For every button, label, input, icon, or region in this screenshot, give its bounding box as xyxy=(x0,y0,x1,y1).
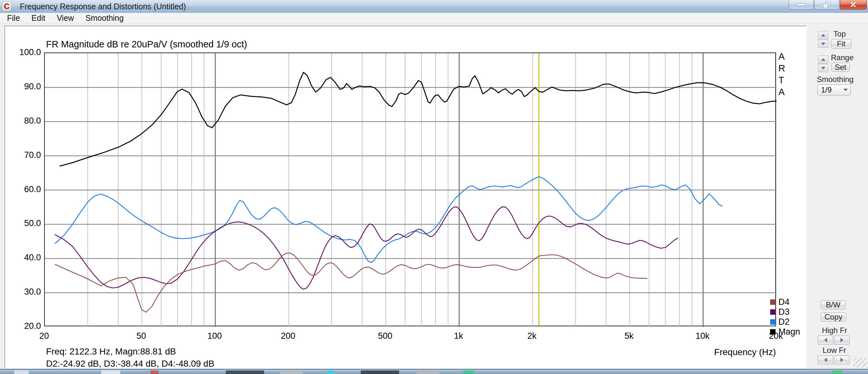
low-fr-label: Low Fr xyxy=(823,346,846,355)
legend: D4D3D2Magn xyxy=(770,297,800,337)
x-axis-title: Frequency (Hz) xyxy=(680,347,776,357)
legend-label: D2 xyxy=(778,317,789,327)
taskbar-icon[interactable] xyxy=(361,371,399,374)
x-tick-label: 100 xyxy=(208,331,222,341)
high-fr-left-button[interactable] xyxy=(818,336,833,345)
legend-item-magn: Magn xyxy=(770,327,800,337)
bw-button[interactable]: B/W xyxy=(821,300,846,309)
legend-swatch xyxy=(770,329,776,335)
x-tick-label: 50 xyxy=(136,331,146,341)
control-panel: Top Fit Range Set Smoothing 1/9 B/W Copy… xyxy=(812,26,868,368)
menu-smoothing[interactable]: Smoothing xyxy=(81,13,128,23)
range-down-button[interactable] xyxy=(818,64,828,73)
right-arrow-icon xyxy=(840,358,843,362)
restore-icon xyxy=(823,2,830,8)
restore-button[interactable] xyxy=(814,0,839,9)
x-tick-label: 1k xyxy=(454,331,463,341)
legend-swatch xyxy=(770,319,776,325)
range-up-button[interactable] xyxy=(818,55,828,64)
curve-d2 xyxy=(55,177,722,263)
curve-d3 xyxy=(55,207,678,289)
menu-view[interactable]: View xyxy=(52,13,79,23)
plot-frame xyxy=(44,53,776,326)
top-spinner xyxy=(818,31,829,49)
status-distortions: D2:-24.92 dB, D3:-38.44 dB, D4:-48.09 dB xyxy=(46,358,214,369)
fit-button[interactable]: Fit xyxy=(831,39,851,49)
menu-edit[interactable]: Edit xyxy=(27,13,50,23)
y-tick-label: 50.0 xyxy=(8,219,41,228)
legend-label: D3 xyxy=(778,307,789,317)
low-fr-left-button[interactable] xyxy=(818,355,833,365)
copy-button[interactable]: Copy xyxy=(821,313,846,321)
fr-plot[interactable] xyxy=(45,53,777,327)
y-tick-label: 90.0 xyxy=(8,82,41,92)
smoothing-value: 1/9 xyxy=(821,86,843,94)
up-arrow-icon xyxy=(821,58,826,61)
y-tick-label: 20.0 xyxy=(8,321,41,331)
close-button[interactable]: ✕ xyxy=(840,0,867,9)
taskbar-icon[interactable] xyxy=(416,371,439,374)
y-tick-label: 30.0 xyxy=(8,287,41,297)
top-label: Top xyxy=(833,29,846,38)
x-tick-label: 200 xyxy=(281,331,295,341)
taskbar-icon[interactable] xyxy=(463,371,474,374)
minimize-button[interactable] xyxy=(789,0,814,9)
app-icon-letter: C xyxy=(4,3,9,10)
y-tick-label: 60.0 xyxy=(8,184,41,194)
minimize-icon xyxy=(797,3,805,6)
window-title: Frequency Response and Distortions (Unti… xyxy=(20,2,186,11)
app-window: C Frequency Response and Distortions (Un… xyxy=(0,0,868,374)
y-tick-label: 80.0 xyxy=(8,116,41,126)
app-icon[interactable]: C xyxy=(2,2,11,11)
y-tick-label: 40.0 xyxy=(8,253,41,263)
x-tick-label: 500 xyxy=(378,331,393,341)
menu-bar: File Edit View Smoothing xyxy=(0,13,868,23)
up-arrow-icon xyxy=(821,34,826,36)
taskbar-icon[interactable] xyxy=(280,371,303,374)
x-tick-label: 2k xyxy=(527,331,537,341)
taskbar-icon[interactable] xyxy=(832,371,842,374)
range-spinner xyxy=(818,55,829,73)
x-tick-label: 20 xyxy=(39,331,49,341)
legend-label: Magn xyxy=(778,327,800,337)
chevron-down-icon xyxy=(843,89,848,91)
legend-swatch xyxy=(770,299,776,305)
legend-item-d4: D4 xyxy=(770,297,800,307)
x-tick-label: 10k xyxy=(695,331,710,341)
taskbar-icon[interactable] xyxy=(327,371,335,374)
high-fr-right-button[interactable] xyxy=(834,336,849,345)
taskbar-icon[interactable] xyxy=(101,371,120,374)
legend-label: D4 xyxy=(778,297,789,307)
start-orb[interactable] xyxy=(14,371,29,374)
close-icon: ✕ xyxy=(850,1,857,9)
resize-grip[interactable] xyxy=(853,358,867,368)
top-down-button[interactable] xyxy=(818,40,828,48)
chart-area: FR Magnitude dB re 20uPa/V (smoothed 1/9… xyxy=(4,26,807,368)
down-arrow-icon xyxy=(821,42,826,45)
left-arrow-icon xyxy=(824,338,827,342)
y-tick-label: 100.0 xyxy=(8,48,41,57)
right-arrow-icon xyxy=(840,338,843,342)
curve-d4 xyxy=(55,253,647,312)
arta-letter: R xyxy=(778,62,790,74)
left-arrow-icon xyxy=(824,358,827,362)
arta-letter: T xyxy=(778,74,790,86)
down-arrow-icon xyxy=(821,67,826,69)
set-button[interactable]: Set xyxy=(831,63,850,72)
menu-file[interactable]: File xyxy=(3,13,24,23)
top-up-button[interactable] xyxy=(818,31,828,39)
title-bar[interactable]: C Frequency Response and Distortions (Un… xyxy=(0,0,868,13)
legend-item-d2: D2 xyxy=(770,317,800,327)
smoothing-label: Smoothing xyxy=(817,75,854,84)
status-freq-magn: Freq: 2122.3 Hz, Magn:88.81 dB xyxy=(46,346,176,357)
chart-title: FR Magnitude dB re 20uPa/V (smoothed 1/9… xyxy=(46,39,247,50)
legend-swatch xyxy=(770,309,776,315)
taskbar-icon[interactable] xyxy=(226,371,264,374)
taskbar[interactable] xyxy=(0,369,868,374)
smoothing-select[interactable]: 1/9 xyxy=(817,85,851,95)
range-label: Range xyxy=(831,53,854,62)
arta-watermark: ARTA xyxy=(778,51,790,98)
high-fr-label: High Fr xyxy=(822,326,847,335)
low-fr-right-button[interactable] xyxy=(834,355,849,365)
taskbar-icon[interactable] xyxy=(150,371,159,374)
